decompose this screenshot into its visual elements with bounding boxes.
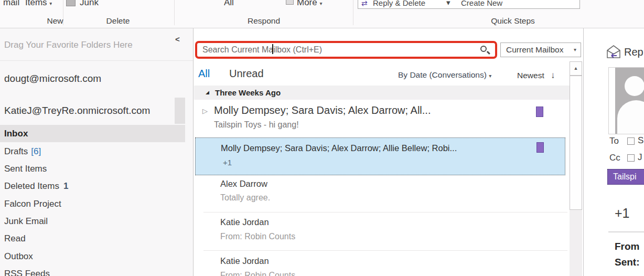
reply-all-button[interactable]: All xyxy=(224,0,234,11)
folder-label: Junk Email xyxy=(4,216,48,226)
ribbon-group-delete: Delete xyxy=(106,16,130,26)
folder-label: Read xyxy=(4,233,26,243)
email-subject: Tailspin Toys - hi gang! xyxy=(214,120,431,130)
search-input[interactable] xyxy=(202,45,454,55)
reply-label[interactable]: Rep xyxy=(624,46,643,58)
junk-icon xyxy=(66,0,79,11)
account-header[interactable]: dougt@microsoft.com xyxy=(4,73,101,84)
text-cursor xyxy=(272,44,273,54)
new-email-button[interactable]: mail xyxy=(3,0,19,11)
category-badge[interactable]: Tailspi xyxy=(607,169,644,185)
chevron-down-icon: ▾ xyxy=(574,43,576,57)
collapse-folder-pane-icon[interactable]: < xyxy=(175,35,180,44)
ribbon-group-quick-steps: Quick Steps xyxy=(491,16,535,26)
search-highlight-annotation xyxy=(195,41,497,59)
email-preview: Totally agree. xyxy=(220,193,270,203)
favorites-hint: Drag Your Favorite Folders Here xyxy=(4,40,133,50)
sidebar-item-inbox[interactable]: Inbox xyxy=(0,125,185,142)
folder-pane: Drag Your Favorite Folders Here < dougt@… xyxy=(0,28,193,276)
sort-order-toggle[interactable]: Newest ↓ xyxy=(517,70,555,81)
chevron-down-icon: ▾ xyxy=(49,1,52,6)
from-label: From xyxy=(615,241,640,252)
folder-label: Drafts xyxy=(4,146,28,156)
email-preview: From: Robin Counts xyxy=(220,271,295,276)
email-preview: +1 xyxy=(223,158,232,167)
pane-divider xyxy=(583,28,584,276)
sidebar-item-drafts[interactable]: Drafts[6] xyxy=(0,143,185,160)
sort-by-dropdown[interactable]: By Date (Conversations) ▾ xyxy=(398,70,491,80)
category-tag-icon[interactable] xyxy=(536,107,543,117)
folder-label: Deleted Items xyxy=(4,181,59,191)
to-label: To xyxy=(609,136,619,146)
account-header[interactable]: KatieJ@TreyRe.onmicrosoft.com xyxy=(4,105,150,116)
scroll-up-icon[interactable]: ▲ xyxy=(570,61,582,76)
sidebar-item-rss-feeds[interactable]: RSS Feeds xyxy=(0,265,185,276)
sidebar-item-junk-email[interactable]: Junk Email xyxy=(0,213,185,230)
ribbon: mail Items ▾ Junk All More ▾ ⇄ Reply & D… xyxy=(0,0,644,28)
folder-label: Sent Items xyxy=(4,164,47,174)
email-senders: Katie Jordan xyxy=(220,256,295,266)
chevron-down-icon: ▾ xyxy=(489,73,491,79)
conversation-expand-icon[interactable]: ▷ xyxy=(202,107,208,115)
folder-count: [6] xyxy=(31,146,41,156)
list-divider xyxy=(203,250,567,251)
reply-icon[interactable] xyxy=(605,44,622,60)
folder-count: 1 xyxy=(63,181,68,191)
favorites-dropzone: Drag Your Favorite Folders Here < xyxy=(0,28,193,61)
email-senders: Katie Jordan xyxy=(220,217,295,227)
quick-steps-gallery: ⇄ Reply & Delete ▾ Create New xyxy=(358,0,580,9)
more-recipients-count[interactable]: +1 xyxy=(615,206,630,221)
list-divider xyxy=(203,212,567,213)
reply-delete-icon: ⇄ xyxy=(361,0,368,7)
search-scope-dropdown[interactable]: Current Mailbox ▾ xyxy=(500,43,581,57)
tab-all[interactable]: All xyxy=(198,68,210,80)
email-preview: From: Robin Counts xyxy=(220,232,295,241)
ribbon-group-separator xyxy=(353,0,353,25)
reading-pane-divider xyxy=(608,231,644,232)
folder-label: Inbox xyxy=(4,129,28,139)
folder-label: Falcon Project xyxy=(4,199,61,209)
junk-button[interactable]: Junk xyxy=(80,0,99,11)
sidebar-scrollbar-thumb[interactable] xyxy=(175,98,185,124)
list-scrollbar-thumb[interactable] xyxy=(570,76,582,210)
category-tag-icon[interactable] xyxy=(536,142,544,153)
more-respond-button[interactable]: More ▾ xyxy=(297,0,323,11)
outlook-window: mail Items ▾ Junk All More ▾ ⇄ Reply & D… xyxy=(0,0,644,276)
sender-avatar xyxy=(608,67,644,134)
email-row[interactable]: Molly Dempsey; Sara Davis; Alex Darrow; … xyxy=(214,104,431,130)
ribbon-group-respond: Respond xyxy=(248,16,280,26)
search-scope-value: Current Mailbox xyxy=(506,45,563,54)
sort-by-label: By Date (Conversations) xyxy=(398,70,487,79)
quick-steps-overflow-icon: ▾ xyxy=(446,0,450,7)
email-senders: Molly Dempsey; Sara Davis; Alex Darrow; … xyxy=(221,143,457,153)
cc-recipient[interactable]: J xyxy=(638,152,642,163)
group-header-label: Three Weeks Ago xyxy=(215,86,281,100)
quick-step-reply-delete[interactable]: Reply & Delete xyxy=(373,0,425,7)
sidebar-item-sent-items[interactable]: Sent Items xyxy=(0,160,185,177)
email-row-selected[interactable]: Molly Dempsey; Sara Davis; Alex Darrow; … xyxy=(195,137,565,175)
sidebar-item-read[interactable]: Read xyxy=(0,230,185,247)
ribbon-group-new: New xyxy=(47,16,63,26)
email-senders: Molly Dempsey; Sara Davis; Alex Darrow; … xyxy=(214,104,431,116)
presence-indicator-icon xyxy=(627,154,635,162)
to-recipient[interactable]: S xyxy=(638,135,643,146)
tab-unread[interactable]: Unread xyxy=(229,68,264,80)
sidebar-item-deleted-items[interactable]: Deleted Items1 xyxy=(0,177,185,195)
presence-indicator-icon xyxy=(627,137,635,145)
folder-label: Outbox xyxy=(4,251,33,261)
search-icon[interactable] xyxy=(480,46,487,52)
email-row[interactable]: Katie Jordan From: Robin Counts xyxy=(220,217,295,241)
arrow-down-icon: ↓ xyxy=(551,70,555,80)
email-row[interactable]: Katie Jordan From: Robin Counts xyxy=(220,256,295,276)
new-items-button[interactable]: Items ▾ xyxy=(25,0,52,11)
quick-step-create-new[interactable]: Create New xyxy=(461,0,502,7)
list-group-header[interactable]: ◢ Three Weeks Ago xyxy=(194,86,570,100)
sidebar-item-outbox[interactable]: Outbox xyxy=(0,248,185,265)
more-respond-icon xyxy=(286,0,296,11)
cc-label: Cc xyxy=(609,153,620,163)
pane-divider xyxy=(193,28,194,276)
sidebar-item-falcon-project[interactable]: Falcon Project xyxy=(0,195,185,213)
email-row[interactable]: Alex Darrow Totally agree. xyxy=(220,179,270,203)
ribbon-group-separator xyxy=(174,0,175,25)
chevron-down-icon: ▾ xyxy=(319,1,322,6)
